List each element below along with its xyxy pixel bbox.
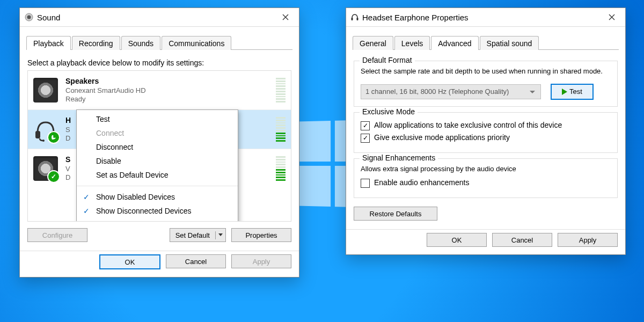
- checkbox-label: Allow applications to take exclusive con…: [374, 121, 562, 129]
- group-legend: Exclusive Mode: [360, 107, 418, 116]
- device-name: Speakers: [65, 77, 146, 86]
- test-label: Test: [569, 87, 582, 96]
- window-title: Sound: [37, 13, 60, 22]
- exclusive-mode-group: Exclusive Mode ✓ Allow applications to t…: [354, 112, 618, 153]
- chevron-down-icon[interactable]: [216, 233, 225, 237]
- default-format-desc: Select the sample rate and bit depth to …: [361, 67, 611, 76]
- allow-exclusive-checkbox[interactable]: ✓ Allow applications to take exclusive c…: [361, 121, 611, 130]
- speaker-icon: [24, 12, 34, 22]
- default-badge: ✓: [47, 170, 60, 183]
- signal-desc: Allows extra signal processing by the au…: [361, 164, 611, 174]
- apply-button[interactable]: Apply: [558, 233, 618, 247]
- svg-rect-5: [352, 18, 353, 20]
- signal-enhancements-group: Signal Enhancements Allows extra signal …: [354, 158, 618, 199]
- titlebar: Headset Earphone Properties: [346, 8, 625, 27]
- checkbox-icon: [361, 179, 370, 188]
- device-row-speakers[interactable]: Speakers Conexant SmartAudio HD Ready: [28, 71, 291, 109]
- svg-point-1: [27, 16, 31, 19]
- speaker-device-icon: ✓: [33, 156, 58, 181]
- tab-general[interactable]: General: [353, 36, 393, 50]
- set-default-split-button[interactable]: Set Default: [170, 228, 226, 242]
- ok-button[interactable]: OK: [427, 233, 487, 247]
- tab-spatial[interactable]: Spatial sound: [480, 36, 539, 50]
- device-state: D: [65, 173, 70, 182]
- device-driver: Conexant SmartAudio HD: [65, 86, 146, 95]
- speaker-device-icon: [33, 78, 58, 103]
- properties-button[interactable]: Properties: [231, 228, 291, 242]
- checkbox-icon: ✓: [361, 134, 370, 143]
- level-meter: [276, 156, 286, 181]
- level-meter: [276, 78, 286, 103]
- ctx-set-default[interactable]: Set as Default Device: [77, 168, 238, 182]
- device-name: S: [65, 155, 70, 165]
- device-driver: S: [65, 126, 71, 134]
- device-list: Speakers Conexant SmartAudio HD Ready: [27, 70, 291, 222]
- tabstrip: General Levels Advanced Spatial sound: [353, 33, 619, 50]
- device-state: Ready: [65, 95, 146, 104]
- ctx-disconnect[interactable]: Disconnect: [77, 140, 238, 154]
- ctx-disable[interactable]: Disable: [77, 154, 238, 168]
- ctx-separator: [77, 186, 238, 186]
- tab-communications[interactable]: Communications: [162, 36, 231, 50]
- titlebar: Sound: [20, 8, 299, 27]
- headset-icon: [350, 13, 359, 21]
- close-icon: [609, 14, 615, 20]
- tab-playback[interactable]: Playback: [26, 36, 71, 50]
- close-icon: [282, 14, 289, 20]
- checkbox-label: Enable audio enhancements: [374, 178, 469, 187]
- device-driver: V: [65, 165, 70, 173]
- test-button[interactable]: Test: [551, 84, 594, 100]
- play-icon: [562, 89, 567, 95]
- cancel-button[interactable]: Cancel: [492, 233, 552, 247]
- properties-window: Headset Earphone Properties General Leve…: [346, 8, 626, 255]
- svg-rect-6: [357, 18, 358, 20]
- level-meter: [276, 117, 286, 142]
- ctx-show-disabled[interactable]: Show Disabled Devices: [77, 190, 238, 204]
- close-button[interactable]: [276, 9, 295, 25]
- headset-device-icon: [33, 117, 58, 142]
- window-title: Headset Earphone Properties: [362, 13, 469, 22]
- context-menu: Test Connect Disconnect Disable Set as D…: [76, 109, 238, 222]
- apply-button: Apply: [231, 254, 291, 268]
- format-selected: 1 channel, 16 bit, 8000 Hz (Telephone Qu…: [365, 87, 509, 96]
- close-button[interactable]: [603, 9, 621, 25]
- tab-advanced[interactable]: Advanced: [431, 36, 478, 50]
- comm-default-badge: [47, 131, 60, 144]
- default-format-group: Default Format Select the sample rate an…: [354, 61, 618, 107]
- tab-levels[interactable]: Levels: [394, 36, 430, 50]
- exclusive-priority-checkbox[interactable]: ✓ Give exclusive mode applications prior…: [361, 134, 611, 143]
- enable-enhancements-checkbox[interactable]: Enable audio enhancements: [361, 179, 611, 188]
- cancel-button[interactable]: Cancel: [166, 254, 226, 268]
- configure-button: Configure: [27, 228, 87, 242]
- sound-window: Sound Playback Recording Sounds Communic…: [19, 8, 299, 277]
- svg-point-4: [42, 140, 45, 142]
- group-legend: Signal Enhancements: [360, 153, 438, 162]
- tab-sounds[interactable]: Sounds: [121, 36, 160, 50]
- restore-defaults-button[interactable]: Restore Defaults: [354, 207, 437, 221]
- format-dropdown[interactable]: 1 channel, 16 bit, 8000 Hz (Telephone Qu…: [361, 84, 541, 99]
- checkbox-icon: ✓: [361, 121, 370, 130]
- tab-recording[interactable]: Recording: [72, 36, 120, 50]
- tabstrip: Playback Recording Sounds Communications: [26, 33, 292, 50]
- instruction-text: Select a playback device below to modify…: [27, 58, 291, 67]
- device-name: H: [65, 116, 71, 126]
- checkbox-label: Give exclusive mode applications priorit…: [374, 133, 510, 142]
- ctx-connect: Connect: [77, 126, 238, 140]
- device-state: D: [65, 134, 71, 143]
- group-legend: Default Format: [360, 56, 415, 64]
- svg-rect-2: [35, 131, 40, 138]
- ok-button[interactable]: OK: [99, 254, 160, 269]
- ctx-test[interactable]: Test: [77, 112, 238, 126]
- ctx-show-disconnected[interactable]: Show Disconnected Devices: [77, 204, 238, 218]
- set-default-label: Set Default: [170, 231, 216, 239]
